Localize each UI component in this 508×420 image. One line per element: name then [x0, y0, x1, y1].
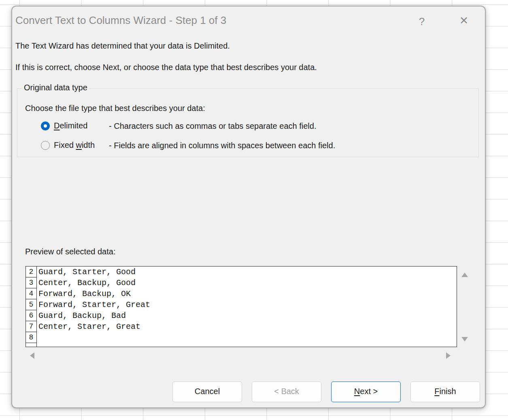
help-icon[interactable]: ? — [413, 14, 431, 29]
close-icon[interactable]: ✕ — [455, 13, 473, 28]
text-to-columns-wizard-dialog: Convert Text to Columns Wizard - Step 1 … — [11, 6, 486, 408]
fixed-width-radio[interactable] — [41, 141, 50, 150]
scroll-up-icon[interactable] — [461, 273, 468, 277]
file-type-prompt: Choose the file type that best describes… — [25, 104, 205, 113]
fixed-width-description: - Fields are aligned in columns with spa… — [109, 141, 335, 150]
preview-row: 4Forward, Backup, OK — [26, 288, 457, 299]
option-row-delimited: Delimited - Characters such as commas or… — [41, 121, 470, 132]
scroll-left-icon[interactable] — [30, 352, 34, 359]
intro-line-2: If this is correct, choose Next, or choo… — [15, 63, 317, 72]
row-number: 4 — [26, 288, 36, 299]
intro-line-1: The Text Wizard has determined that your… — [15, 41, 230, 51]
group-label: Original data type — [22, 83, 89, 92]
back-button[interactable]: < Back — [252, 382, 321, 402]
preview-row: 7Center, Starer, Great — [26, 321, 457, 332]
preview-row: 3Center, Backup, Good — [26, 277, 457, 288]
scroll-down-icon[interactable] — [461, 337, 468, 341]
preview-row: 6Guard, Backup, Bad — [26, 310, 457, 321]
row-number: 6 — [26, 310, 36, 321]
preview-row: 2Guard, Starter, Good — [26, 266, 457, 277]
delimited-radio-label[interactable]: Delimited — [54, 121, 87, 130]
row-text: Guard, Starter, Good — [36, 266, 136, 277]
option-row-fixed-width: Fixed width - Fields are aligned in colu… — [41, 141, 470, 151]
delimited-radio[interactable] — [41, 122, 50, 130]
row-text: Forward, Starter, Great — [36, 299, 150, 310]
dialog-title: Convert Text to Columns Wizard - Step 1 … — [15, 14, 226, 27]
row-number: 5 — [26, 299, 36, 310]
row-number: 2 — [26, 266, 36, 277]
delimited-description: - Characters such as commas or tabs sepa… — [109, 122, 316, 131]
preview-row: 5Forward, Starter, Great — [26, 299, 457, 310]
row-text: Guard, Backup, Bad — [36, 310, 126, 321]
dialog-title-bar[interactable]: Convert Text to Columns Wizard - Step 1 … — [12, 6, 485, 36]
preview-box: 2Guard, Starter, Good 3Center, Backup, G… — [26, 266, 457, 347]
fixed-width-radio-label[interactable]: Fixed width — [54, 141, 95, 150]
preview-label: Preview of selected data: — [25, 247, 115, 256]
next-button[interactable]: Next > — [331, 382, 401, 402]
finish-button[interactable]: Finish — [410, 382, 480, 402]
row-number: 7 — [26, 321, 36, 332]
row-text: Center, Starer, Great — [36, 321, 140, 332]
row-text: Center, Backup, Good — [36, 277, 136, 288]
scroll-right-icon[interactable] — [446, 352, 451, 359]
row-text: Forward, Backup, OK — [36, 288, 131, 299]
row-number: 8 — [26, 332, 36, 343]
row-number-divider — [36, 266, 37, 347]
cancel-button[interactable]: Cancel — [172, 382, 242, 402]
preview-row: 8 — [26, 332, 457, 343]
row-number: 3 — [26, 277, 36, 288]
